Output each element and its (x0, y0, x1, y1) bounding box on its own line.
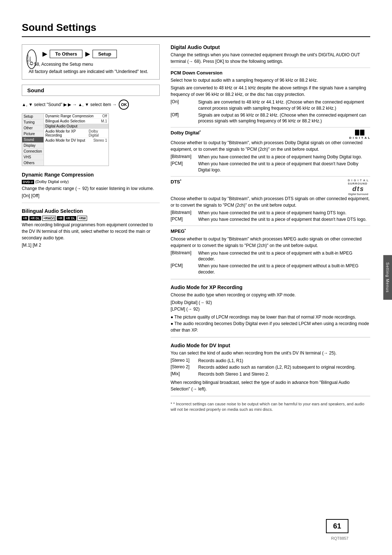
mpeg-option-pcm: [PCM] When you have connected the unit t… (171, 263, 370, 275)
page-number: 61 (326, 519, 348, 533)
audio-xp-bullet1: ● The picture quality of LPCM recordings… (171, 314, 370, 320)
dolby-text: D I G I T A L (349, 136, 370, 139)
audio-dv-option-stereo1: [Stereo 1] Records audio (L1, R1) (171, 358, 370, 364)
menu-item-dv: Audio Mode for DV InputStereo 1 (44, 138, 109, 143)
mpeg-body: Choose whether to output by "Bitstream" … (171, 236, 370, 249)
side-tab-text: Setting Menus (385, 262, 390, 292)
footnote-text: * Incorrect settings can cause noise to … (171, 402, 364, 412)
audio-dv-option-stereo2: [Stereo 2] Records added audio such as n… (171, 364, 370, 370)
section-audio-xp: Audio Mode for XP Recording Choose the a… (171, 284, 370, 337)
subsection-pcm: PCM Down Conversion Select how to output… (171, 68, 370, 124)
section-bilingual-body: When recording bilingual programmes from… (22, 222, 160, 241)
menu-cat-picture: Picture (22, 131, 44, 137)
setup-button[interactable]: Setup (93, 50, 117, 58)
mpeg-bitstream-desc: When you have connected the unit to a pi… (198, 250, 370, 263)
pcm-body: Select how to output audio with a sampli… (171, 77, 370, 84)
subsection-dolby: Dolby Digital* D I G I T A L Choose whet… (171, 127, 370, 173)
sound-label-box: Sound (22, 85, 160, 96)
dv-stereo1-desc: Records audio (L1, R1) (198, 358, 370, 364)
digital-audio-title: Digital Audio Output (171, 44, 370, 50)
dv-mix-label: [Mix] (171, 371, 196, 377)
dolby-pcm-label: [PCM] (171, 161, 196, 173)
badge-rw2: +RW (77, 216, 87, 221)
dts-title: DTS* (171, 179, 181, 185)
section-digital-audio: Digital Audio Output Change the settings… (171, 44, 370, 279)
side-tab: Setting Menus (383, 255, 392, 300)
section-dynamic-range-badge: DVD-V (Dolby Digital only) (22, 179, 160, 184)
badge-r2: +R (57, 216, 64, 220)
function-menu-icon: FUNCTION MENU (26, 48, 37, 70)
nav-arrow-2: ▶ (85, 50, 90, 57)
audio-dv-body: You can select the kind of audio when re… (171, 350, 370, 356)
menu-cat-other: Other (22, 125, 44, 131)
select-text: ▲, ▼ select "Sound" ▶ ▶ → ▲, ▼ select it… (22, 102, 117, 107)
section-dynamic-range-title: Dynamic Range Compression (22, 172, 160, 178)
dolby-bitstream-desc: When you have connected the unit to a pi… (198, 154, 370, 160)
navigation-box: FUNCTION MENU ▶ To Others ▶ Setup → 58, … (22, 44, 160, 80)
dv-stereo1-label: [Stereo 1] (171, 358, 196, 364)
left-column: FUNCTION MENU ▶ To Others ▶ Setup → 58, … (22, 44, 160, 413)
menu-cat-vhs: VHS (22, 154, 44, 160)
dts-digital-surround: D I G I T A LSURROUND (348, 179, 369, 185)
menu-item-dynamic: Dynamic Range CompressionOff (44, 114, 109, 119)
subsection-dts: DTS* D I G I T A LSURROUND dts Digital S… (171, 176, 370, 223)
select-instruction: ▲, ▼ select "Sound" ▶ ▶ → ▲, ▼ select it… (22, 100, 160, 110)
page-footer: 61 RQT8857 (326, 519, 348, 540)
dts-pcm-desc: When you have connected the unit to a pi… (198, 216, 370, 223)
ok-button[interactable]: OK (119, 100, 129, 110)
section-bilingual-badges: +R +R DL +RW(V) +R +R DL +RW (22, 216, 160, 220)
sound-label: Sound (27, 87, 44, 93)
digital-audio-body: Change the settings when you have connec… (171, 52, 370, 65)
section-bilingual-title: Bilingual Audio Selection (22, 208, 160, 214)
dts-bitstream-label: [Bitstream] (171, 210, 196, 216)
dolby-header-row: Dolby Digital* D I G I T A L (171, 130, 370, 139)
audio-xp-bullet2: ● The audio recording becomes Dolby Digi… (171, 320, 370, 333)
dts-asterisk: * (180, 179, 181, 182)
pcm-off-label: [Off] (171, 112, 196, 125)
mpeg-asterisk: * (184, 228, 186, 232)
mpeg-option-bitstream: [Bitstream] When you have connected the … (171, 250, 370, 263)
footnote: * * Incorrect settings can cause noise t… (171, 401, 370, 413)
section-dynamic-range-options: [On] [Off] (22, 193, 160, 199)
svg-text:MENU: MENU (29, 56, 31, 62)
dvd-v-badge: DVD-V (22, 180, 34, 184)
audio-xp-option-dolby: [Dolby Digital] (→ 92) (171, 299, 370, 306)
dolby-pcm-desc: When you have connected the unit to a pi… (198, 161, 370, 173)
menu-cat-others: Others (22, 160, 44, 166)
pcm-detail: Signals are converted to 48 kHz or 44.1 … (171, 85, 370, 98)
menu-item-digital: Digital Audio Output (44, 124, 109, 129)
dolby-body: Choose whether to output by "Bitstream",… (171, 139, 370, 153)
badge-rwv: +RW(V) (42, 216, 56, 221)
dolby-option-bitstream: [Bitstream] When you have connected the … (171, 154, 370, 160)
audio-dv-title: Audio Mode for DV Input (171, 343, 370, 348)
dv-stereo2-desc: Records added audio such as narration (L… (198, 364, 370, 370)
audio-xp-option-lpcm: [LPCM] (→ 92) (171, 306, 370, 312)
dolby-title: Dolby Digital* (171, 130, 201, 135)
menu-cat-connection: Connection (22, 149, 44, 154)
pcm-option-on: [On] Signals are converted to 48 kHz or … (171, 99, 370, 112)
pcm-on-label: [On] (171, 99, 196, 112)
mpeg-title: MPEG* (171, 228, 370, 234)
dts-pcm-label: [PCM] (171, 216, 196, 223)
to-others-button[interactable]: To Others (50, 50, 82, 58)
mpeg-pcm-label: [PCM] (171, 263, 196, 275)
section-dynamic-range: Dynamic Range Compression DVD-V (Dolby D… (22, 172, 160, 203)
dts-logo-text: dts (352, 185, 364, 193)
audio-xp-title: Audio Mode for XP Recording (171, 284, 370, 290)
nav-note-2: All factory default settings are indicat… (29, 69, 154, 74)
menu-cat-sound: Sound (22, 137, 44, 143)
menu-cat-tuning: Tuning (22, 119, 44, 125)
dolby-logo: D I G I T A L (349, 130, 370, 139)
pcm-title: PCM Down Conversion (171, 70, 370, 76)
dv-mix-desc: Records both Stereo 1 and Stereo 2. (198, 371, 370, 377)
subsection-mpeg: MPEG* Choose whether to output by "Bitst… (171, 226, 370, 275)
svg-point-3 (30, 62, 33, 65)
menu-cat-setup: Setup (22, 114, 44, 119)
page: Sound Settings FUNCTION MENU ▶ (0, 0, 392, 555)
nav-arrow-1: ▶ (42, 50, 47, 57)
dolby-asterisk: * (199, 130, 201, 133)
dts-option-pcm: [PCM] When you have connected the unit t… (171, 216, 370, 223)
dolby-boxes (355, 130, 364, 135)
dts-header-row: DTS* D I G I T A LSURROUND dts Digital S… (171, 179, 370, 195)
dolby-option-pcm: [PCM] When you have connected the unit t… (171, 161, 370, 173)
